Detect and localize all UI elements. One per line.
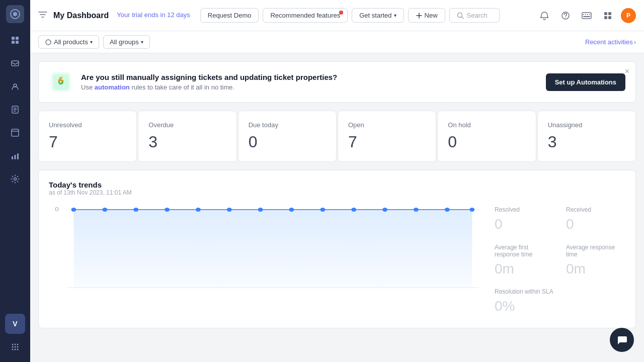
sidebar-item-kb[interactable] xyxy=(5,100,25,120)
sidebar-item-settings[interactable] xyxy=(5,169,25,189)
new-button[interactable]: New xyxy=(408,8,445,23)
stat-value: 7 xyxy=(348,133,426,151)
banner-description: Use automation rules to take care of it … xyxy=(81,83,538,91)
stat-value: 3 xyxy=(548,133,625,151)
help-icon[interactable] xyxy=(557,8,574,24)
recommended-features-button[interactable]: Recommended features xyxy=(263,8,348,23)
sidebar-item-contacts[interactable] xyxy=(5,76,25,97)
svg-point-54 xyxy=(102,208,107,212)
plus-icon xyxy=(416,12,423,19)
trend-stat-avg-response: Average response time 0m xyxy=(566,244,625,281)
get-started-label: Get started xyxy=(359,12,391,19)
sidebar-bottom: V xyxy=(5,314,25,357)
svg-point-20 xyxy=(15,346,16,348)
stat-card-on-hold[interactable]: On hold 0 xyxy=(437,111,536,162)
keyboard-icon[interactable] xyxy=(579,8,595,24)
sidebar-item-inbox[interactable] xyxy=(5,53,25,73)
apps-icon[interactable] xyxy=(600,8,616,24)
trends-section: Today's trends as of 13th Nov 2023, 11:0… xyxy=(38,170,636,328)
trends-chart: 0 xyxy=(49,202,485,318)
recent-activities-label: Recent activities xyxy=(585,38,633,46)
svg-marker-52 xyxy=(73,210,472,288)
svg-rect-12 xyxy=(12,156,13,159)
recommended-label: Recommended features xyxy=(270,12,340,19)
stat-card-unresolved[interactable]: Unresolved 7 xyxy=(38,111,137,162)
svg-point-33 xyxy=(565,17,566,18)
all-products-filter[interactable]: All products ▾ xyxy=(38,35,99,49)
trends-body: 0 xyxy=(49,202,625,318)
search-placeholder: Search xyxy=(467,12,488,19)
sla-value: 0% xyxy=(495,298,554,314)
svg-point-15 xyxy=(14,178,17,180)
stat-card-open[interactable]: Open 7 xyxy=(338,111,436,162)
stat-card-overdue[interactable]: Overdue 3 xyxy=(138,111,236,162)
request-demo-button[interactable]: Request Demo xyxy=(200,8,259,23)
setup-automations-button[interactable]: Set up Automations xyxy=(546,73,625,91)
sidebar-item-active[interactable]: V xyxy=(5,314,25,334)
svg-point-17 xyxy=(15,344,16,345)
sidebar-grid-icon[interactable] xyxy=(5,337,25,357)
trend-stat-received: Received 0 xyxy=(566,206,625,236)
automation-highlight: automation xyxy=(95,83,130,91)
svg-point-57 xyxy=(196,208,201,212)
svg-text:0: 0 xyxy=(55,206,59,212)
get-started-button[interactable]: Get started ▾ xyxy=(352,8,404,23)
svg-line-31 xyxy=(461,17,463,19)
automation-banner: Are you still manually assigning tickets… xyxy=(38,61,636,103)
svg-point-21 xyxy=(17,346,19,348)
stats-row: Unresolved 7 Overdue 3 Due today 0 Open … xyxy=(38,111,636,162)
all-groups-label: All groups xyxy=(110,38,139,46)
notification-dot xyxy=(339,11,343,15)
sidebar-item-home[interactable] xyxy=(5,30,25,50)
all-groups-filter[interactable]: All groups ▾ xyxy=(103,35,150,49)
resolved-value: 0 xyxy=(495,216,554,232)
stat-value: 0 xyxy=(249,133,326,151)
navbar-icons: P xyxy=(536,8,636,24)
chevron-right-icon: › xyxy=(634,38,636,46)
bell-icon[interactable] xyxy=(536,8,552,24)
svg-rect-13 xyxy=(15,155,16,159)
stat-card-unassigned[interactable]: Unassigned 3 xyxy=(537,111,636,162)
new-label: New xyxy=(425,12,438,19)
main-content: My Dashboard Your trial ends in 12 days … xyxy=(30,0,644,362)
sidebar-item-reports[interactable] xyxy=(5,146,25,166)
svg-point-55 xyxy=(133,208,138,212)
banner-text: Are you still manually assigning tickets… xyxy=(81,73,538,91)
svg-point-64 xyxy=(414,208,419,212)
sidebar-item-tickets[interactable] xyxy=(5,123,25,143)
banner-close-button[interactable]: × xyxy=(625,67,629,76)
stat-value: 7 xyxy=(49,133,126,151)
svg-point-58 xyxy=(227,208,232,212)
svg-point-23 xyxy=(15,349,16,350)
svg-rect-34 xyxy=(582,13,591,19)
chat-widget[interactable] xyxy=(610,328,634,352)
svg-rect-2 xyxy=(12,37,15,40)
svg-point-61 xyxy=(320,208,325,212)
app-logo[interactable] xyxy=(6,5,24,23)
svg-point-63 xyxy=(382,208,387,212)
svg-point-1 xyxy=(13,12,17,16)
stat-card-due-today[interactable]: Due today 0 xyxy=(238,111,337,162)
recent-activities-link[interactable]: Recent activities › xyxy=(585,38,636,46)
trend-stat-sla: Resolution within SLA 0% xyxy=(495,288,554,318)
sidebar: V xyxy=(0,0,30,362)
svg-rect-42 xyxy=(604,16,607,19)
svg-point-62 xyxy=(351,208,356,212)
stat-label: On hold xyxy=(448,121,525,129)
svg-rect-4 xyxy=(12,41,15,44)
filter-icon[interactable] xyxy=(38,11,47,21)
trends-subtitle: as of 13th Nov 2023, 11:01 AM xyxy=(49,189,625,196)
svg-point-56 xyxy=(165,208,170,212)
top-navbar: My Dashboard Your trial ends in 12 days … xyxy=(30,0,644,31)
trend-stat-resolved: Resolved 0 xyxy=(495,206,554,236)
search-icon xyxy=(457,12,464,19)
svg-point-18 xyxy=(17,344,19,345)
chevron-down-icon: ▾ xyxy=(90,39,93,45)
chart-svg: 0 xyxy=(49,202,485,303)
trend-stat-avg-first: Average first response time 0m xyxy=(495,244,554,281)
search-button[interactable]: Search xyxy=(449,8,500,23)
user-avatar[interactable]: P xyxy=(621,8,636,23)
avg-response-value: 0m xyxy=(566,261,625,277)
stat-label: Overdue xyxy=(148,121,226,129)
avg-first-label: Average first response time xyxy=(495,244,554,258)
